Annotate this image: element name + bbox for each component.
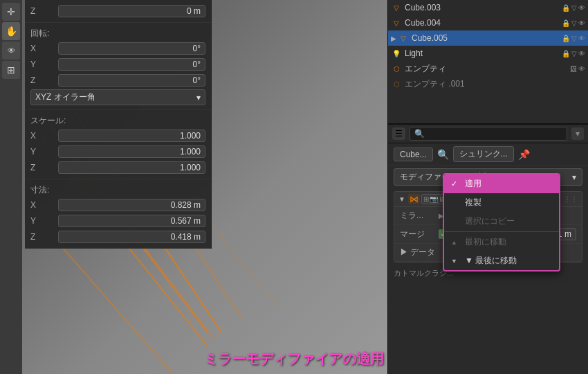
search-icon: 🔍 [414, 129, 425, 139]
visibility-icon: 👁 [578, 19, 585, 27]
search-input[interactable] [428, 129, 562, 139]
filter-icon: ▽ [571, 4, 577, 12]
image-icon: 🖼 [570, 65, 577, 73]
mesh-icon: ▽ [391, 2, 402, 13]
visibility-icon: 👁 [578, 50, 585, 57]
collapse-arrow[interactable]: ▼ [398, 195, 405, 203]
outliner-item-empty001[interactable]: ⬡ エンプティ .001 [388, 76, 588, 91]
dimensions-title: 寸法: [30, 182, 205, 197]
outliner-item-label: エンプティ [405, 63, 570, 75]
outliner-item-label: Light [405, 48, 562, 58]
lock-icon: 🔒 [562, 4, 570, 12]
visibility-icon: 👁 [578, 4, 585, 12]
z-top-field[interactable]: 0 m [58, 5, 205, 17]
outliner-item-label: Cube.003 [405, 3, 562, 12]
ctx-item-copy-to-selected[interactable]: 選択にコピー [444, 212, 559, 231]
ctx-item-label: 適用 [465, 178, 481, 190]
rotation-title: 回転: [30, 26, 205, 40]
drag-handle-icon: ⋮⋮ [564, 195, 578, 203]
props-search-bar: ☰ 🔍 ▾ [388, 125, 588, 143]
lock-icon: 🔒 [562, 19, 570, 27]
outliner-item-cube005[interactable]: ▶ ▽ Cube.005 🔒 ▽ 👁 [388, 30, 588, 46]
z-top-label: Z [30, 6, 58, 16]
shrinkwrap-name-field[interactable]: シュリンク... [453, 146, 514, 162]
outliner-item-light[interactable]: 💡 Light 🔒 ▽ 👁 [388, 46, 588, 61]
ctx-item-move-first[interactable]: ▲ 最初に移動 [444, 233, 559, 251]
dim-y-field[interactable]: 0.567 m [58, 215, 205, 227]
dim-z-field[interactable]: 0.418 m [58, 231, 205, 243]
dim-z-label: Z [30, 232, 58, 242]
view-mode-icon[interactable]: ☰ [392, 127, 405, 140]
expand-arrow: ▶ [391, 35, 396, 42]
filter-icon: ▽ [571, 19, 577, 27]
bottom-tutorial-text: ミラーモディファイアの適用 [204, 350, 384, 368]
outliner-item-cube004[interactable]: ▽ Cube.004 🔒 ▽ 👁 [388, 15, 588, 30]
dim-x-label: X [30, 200, 58, 210]
filter-icon: ▽ [571, 50, 577, 57]
scale-y-field[interactable]: 1.000 [58, 145, 205, 158]
filter-dropdown[interactable]: ▾ [571, 127, 584, 140]
search-input-container: 🔍 [410, 127, 567, 141]
mesh-icon: ▽ [398, 33, 409, 44]
rotation-y-field[interactable]: 0° [58, 58, 205, 71]
visibility-icon: 👁 [578, 35, 585, 42]
triangle-down-icon: ▼ [451, 258, 461, 265]
lock-icon: 🔒 [562, 35, 570, 42]
scale-y-label: Y [30, 147, 58, 157]
mirror-icon: ⋈ [408, 194, 420, 204]
move-tool-button[interactable]: ✋ [2, 22, 20, 40]
scale-z-field[interactable]: 1.000 [58, 161, 205, 174]
outliner-item-label: Cube.004 [405, 18, 562, 28]
triangle-icon: ▲ [451, 239, 461, 246]
camera-tool-button[interactable]: 👁 [2, 42, 20, 60]
data-label[interactable]: ▶ データ [400, 247, 435, 258]
rotation-z-label: Z [30, 75, 58, 85]
light-icon: 💡 [391, 48, 402, 59]
cursor-tool-button[interactable]: ✛ [2, 3, 20, 21]
empty-icon: ⬡ [391, 63, 402, 74]
dim-y-label: Y [30, 216, 58, 226]
mesh-icon: ▽ [391, 17, 402, 28]
rotation-y-label: Y [30, 60, 58, 69]
filter-icon: ▽ [571, 35, 577, 42]
ctx-item-apply[interactable]: ✓ 適用 [444, 175, 559, 193]
scale-title: スケール: [30, 113, 205, 127]
merge-label: ミラ... [400, 210, 434, 222]
scale-z-label: Z [30, 163, 58, 172]
pin-icon2: 📌 [518, 149, 530, 160]
rotation-z-field[interactable]: 0° [58, 74, 205, 87]
outliner-item-label: エンプティ .001 [405, 78, 585, 90]
ctx-separator [444, 231, 559, 232]
outliner-item-label: Cube.005 [412, 33, 562, 43]
ctx-item-duplicate[interactable]: 複製 [444, 193, 559, 212]
rotation-x-field[interactable]: 0° [58, 42, 205, 55]
left-toolbar: ✛ ✋ 👁 ⊞ [0, 0, 22, 374]
chevron-down-icon: ▾ [196, 93, 201, 103]
scale-x-label: X [30, 131, 58, 141]
object-name-field[interactable]: Cube... [394, 148, 433, 161]
checkmark-icon: ✓ [451, 179, 461, 188]
ctx-item-label: ▼ 最後に移動 [465, 255, 517, 267]
properties-panel: Z 0 m 回転: X 0° Y 0° Z 0° XYZ オイラー角 ▾ スケー… [25, 0, 212, 249]
euler-dropdown[interactable]: XYZ オイラー角 ▾ [30, 89, 205, 105]
lock-icon: 🔒 [562, 50, 570, 57]
realtime-icon[interactable]: ⊞ [423, 195, 429, 203]
outliner: ▽ Cube.003 🔒 ▽ 👁 ▽ Cube.004 🔒 ▽ 👁 ▶ ▽ Cu… [388, 0, 588, 125]
dim-x-field[interactable]: 0.828 m [58, 199, 205, 211]
render-icon[interactable]: 📷 [430, 195, 438, 203]
ctx-item-label: 選択にコピー [465, 215, 515, 227]
empty-icon: ⬡ [391, 78, 402, 89]
outliner-item-empty[interactable]: ⬡ エンプティ 🖼 👁 [388, 61, 588, 76]
rotation-x-label: X [30, 44, 58, 53]
pin-icon: 🔍 [437, 149, 449, 160]
ctx-item-label: 複製 [465, 197, 481, 208]
dropdown-arrow: ▾ [572, 172, 576, 182]
outliner-item-cube003[interactable]: ▽ Cube.003 🔒 ▽ 👁 [388, 0, 588, 15]
grid-tool-button[interactable]: ⊞ [2, 61, 20, 79]
object-name-row: Cube... 🔍 シュリンク... 📌 [388, 143, 588, 166]
merge-text: マージ [400, 229, 434, 240]
ctx-item-label: 最初に移動 [465, 236, 506, 248]
context-menu: ✓ 適用 複製 選択にコピー ▲ 最初に移動 ▼ ▼ 最後に移動 [443, 173, 560, 271]
ctx-item-move-last[interactable]: ▼ ▼ 最後に移動 [444, 251, 559, 270]
scale-x-field[interactable]: 1.000 [58, 130, 205, 142]
